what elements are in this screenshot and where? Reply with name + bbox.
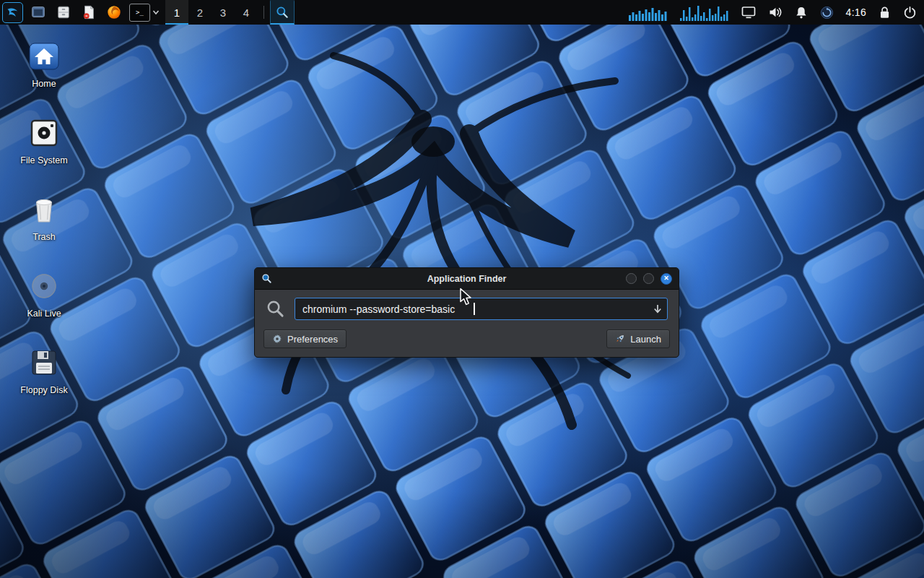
updates-tray-button[interactable] bbox=[820, 6, 834, 20]
logout-button[interactable] bbox=[903, 6, 917, 20]
window-title: Application Finder bbox=[255, 274, 679, 284]
workspace-button-1[interactable]: 1 bbox=[165, 0, 188, 25]
text-editor-launcher[interactable] bbox=[76, 0, 101, 25]
status-circle-icon bbox=[820, 6, 834, 20]
appfinder-window-icon bbox=[261, 273, 272, 284]
window-titlebar[interactable]: Application Finder ✕ bbox=[255, 268, 679, 290]
home-icon bbox=[27, 39, 61, 74]
command-entry bbox=[295, 298, 668, 320]
maximize-button[interactable] bbox=[643, 273, 654, 284]
application-finder-window: Application Finder ✕ bbox=[254, 267, 679, 358]
launch-button[interactable]: Launch bbox=[606, 329, 670, 348]
display-icon bbox=[741, 6, 756, 19]
file-manager-launcher[interactable] bbox=[51, 0, 76, 25]
floppy-disk-icon bbox=[27, 345, 61, 380]
network-graph-widget[interactable] bbox=[680, 4, 729, 21]
hard-disk-icon bbox=[27, 116, 61, 150]
desktop-icon-label: Kali Live bbox=[27, 309, 61, 319]
trash-icon bbox=[27, 192, 61, 227]
search-icon bbox=[275, 5, 289, 20]
clock[interactable]: 4:16 bbox=[846, 7, 866, 18]
history-dropdown-button[interactable] bbox=[653, 303, 663, 314]
chevron-down-icon bbox=[152, 9, 160, 16]
launch-icon bbox=[615, 334, 625, 344]
desktop-icon-label: Floppy Disk bbox=[20, 385, 67, 395]
speaker-icon bbox=[768, 6, 783, 19]
volume-tray-button[interactable] bbox=[768, 6, 783, 19]
terminal-icon: >_ bbox=[129, 4, 150, 22]
optical-disc-icon bbox=[27, 269, 61, 303]
desktop-icon-label: Trash bbox=[32, 232, 56, 242]
applications-menu-button[interactable] bbox=[0, 0, 25, 25]
desktop-screen: >_ 1 2 3 4 bbox=[0, 0, 924, 578]
panel-separator bbox=[263, 6, 264, 19]
firefox-icon bbox=[106, 4, 122, 20]
notifications-tray-button[interactable] bbox=[795, 6, 808, 20]
desktop-icon-label: File System bbox=[20, 155, 67, 165]
desktop-icon-floppy-disk[interactable]: Floppy Disk bbox=[13, 345, 75, 395]
arrow-down-icon bbox=[653, 303, 663, 314]
dialog-button-row: Preferences Launch bbox=[255, 324, 679, 357]
search-row bbox=[255, 290, 679, 324]
firefox-launcher[interactable] bbox=[101, 0, 126, 25]
desktop-icon-label: Home bbox=[32, 79, 56, 89]
search-icon bbox=[266, 299, 285, 319]
lock-icon bbox=[879, 6, 891, 20]
screen-lock-button[interactable] bbox=[879, 6, 891, 20]
gear-icon bbox=[272, 334, 282, 344]
panel-right-group: 4:16 bbox=[629, 0, 924, 25]
document-icon bbox=[81, 4, 97, 20]
preferences-label: Preferences bbox=[287, 334, 338, 345]
workspace-button-2[interactable]: 2 bbox=[188, 0, 212, 25]
close-button[interactable]: ✕ bbox=[661, 273, 672, 285]
launch-label: Launch bbox=[630, 334, 661, 345]
text-caret bbox=[474, 303, 475, 315]
workspace-button-3[interactable]: 3 bbox=[212, 0, 235, 25]
desktop-icon-home[interactable]: Home bbox=[13, 39, 75, 89]
file-cabinet-icon bbox=[56, 4, 71, 20]
workspace-button-4[interactable]: 4 bbox=[235, 0, 258, 25]
appfinder-task-button[interactable] bbox=[270, 0, 295, 25]
show-desktop-button[interactable] bbox=[25, 0, 51, 25]
display-settings-tray-button[interactable] bbox=[741, 6, 756, 19]
network-graph-icon bbox=[680, 4, 729, 21]
cpu-graph-widget[interactable] bbox=[629, 4, 668, 21]
window-icon bbox=[30, 4, 46, 20]
power-icon bbox=[903, 6, 917, 20]
panel-left-group: >_ 1 2 3 4 bbox=[0, 0, 295, 25]
bell-icon bbox=[795, 6, 808, 20]
desktop-icon-kali-live[interactable]: Kali Live bbox=[13, 269, 75, 319]
desktop-icon-trash[interactable]: Trash bbox=[13, 192, 75, 242]
cpu-graph-icon bbox=[629, 4, 668, 21]
close-icon: ✕ bbox=[663, 275, 669, 282]
desktop-icon-file-system[interactable]: File System bbox=[13, 116, 75, 165]
desktop-icon-column: Home File System Trash bbox=[13, 39, 75, 395]
top-panel: >_ 1 2 3 4 bbox=[0, 0, 924, 25]
preferences-button[interactable]: Preferences bbox=[263, 329, 346, 348]
command-input[interactable] bbox=[295, 298, 668, 320]
minimize-button[interactable] bbox=[626, 273, 637, 284]
terminal-launcher-dropdown[interactable]: >_ bbox=[129, 0, 160, 25]
kali-logo-icon bbox=[2, 2, 23, 23]
